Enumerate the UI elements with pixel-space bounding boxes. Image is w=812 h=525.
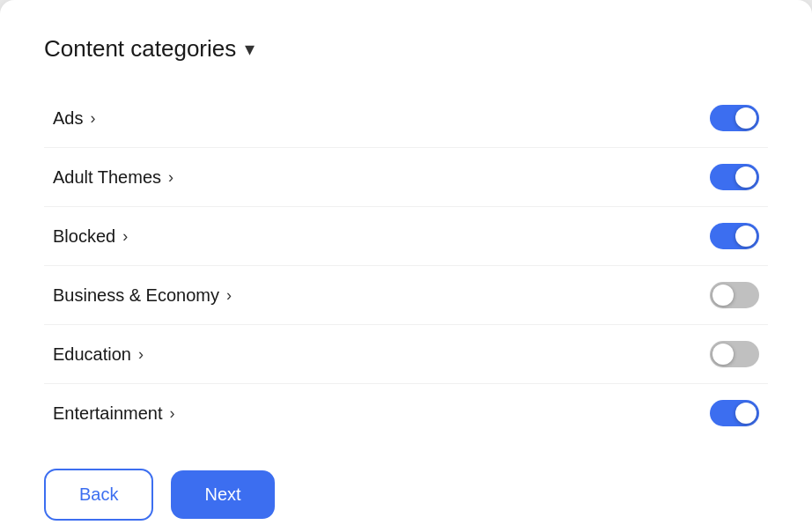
category-label-education[interactable]: Education› (53, 344, 144, 365)
toggle-business-economy[interactable] (710, 282, 759, 308)
category-row-adult-themes: Adult Themes› (44, 148, 768, 207)
category-label-business-economy[interactable]: Business & Economy› (53, 285, 232, 306)
next-button[interactable]: Next (171, 470, 274, 519)
page-title: Content categories (44, 35, 236, 63)
category-text-ads: Ads (53, 108, 83, 129)
chevron-right-icon-education: › (138, 345, 144, 364)
category-row-blocked: Blocked› (44, 207, 768, 266)
category-label-ads[interactable]: Ads› (53, 108, 95, 129)
category-text-education: Education (53, 344, 131, 365)
categories-list: Ads›Adult Themes›Blocked›Business & Econ… (44, 89, 768, 442)
toggle-adult-themes[interactable] (710, 164, 759, 190)
category-label-entertainment[interactable]: Entertainment› (53, 403, 175, 424)
category-text-adult-themes: Adult Themes (53, 167, 161, 188)
header: Content categories ▾ (44, 35, 768, 63)
category-text-business-economy: Business & Economy (53, 285, 219, 306)
category-label-adult-themes[interactable]: Adult Themes› (53, 167, 173, 188)
category-row-ads: Ads› (44, 89, 768, 148)
chevron-right-icon-ads: › (90, 109, 95, 128)
content-categories-card: Content categories ▾ Ads›Adult Themes›Bl… (0, 0, 812, 525)
category-row-business-economy: Business & Economy› (44, 266, 768, 325)
footer: Back Next (44, 469, 768, 521)
chevron-right-icon-adult-themes: › (168, 168, 173, 187)
toggle-ads[interactable] (710, 105, 759, 131)
chevron-right-icon-business-economy: › (226, 286, 232, 305)
toggle-education[interactable] (710, 341, 759, 367)
category-row-entertainment: Entertainment› (44, 384, 768, 442)
chevron-down-icon[interactable]: ▾ (245, 38, 255, 61)
category-text-entertainment: Entertainment (53, 403, 163, 424)
category-label-blocked[interactable]: Blocked› (53, 226, 128, 247)
chevron-right-icon-blocked: › (122, 227, 128, 246)
toggle-entertainment[interactable] (710, 400, 759, 426)
category-row-education: Education› (44, 325, 768, 384)
back-button[interactable]: Back (44, 469, 153, 521)
category-text-blocked: Blocked (53, 226, 115, 247)
toggle-blocked[interactable] (710, 223, 759, 249)
chevron-right-icon-entertainment: › (170, 404, 175, 423)
